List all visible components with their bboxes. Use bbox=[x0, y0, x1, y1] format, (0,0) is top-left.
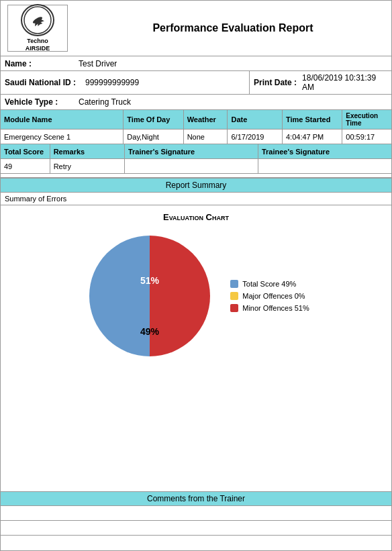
legend-major: Major Offences 0% bbox=[230, 292, 309, 300]
th-time-started: Time Started bbox=[283, 110, 342, 129]
comment-lines bbox=[1, 506, 391, 550]
th-weather: Weather bbox=[184, 110, 228, 129]
logo-circle bbox=[21, 4, 54, 36]
vehicle-type-value: Catering Truck bbox=[79, 97, 387, 107]
header: Techno AIRSIDE Performance Evaluation Re… bbox=[1, 1, 391, 56]
national-id-cell: Saudi National ID : 999999999999 bbox=[1, 71, 250, 94]
pie-slice-total bbox=[89, 236, 150, 356]
chart-area: Evaluation Chart bbox=[1, 205, 391, 491]
report-summary-bar: Report Summary bbox=[1, 178, 391, 193]
td-execution-time: 00:59:17 bbox=[342, 130, 391, 144]
summary-errors-bar: Summary of Errors bbox=[1, 193, 391, 205]
legend-dot-total bbox=[230, 280, 238, 288]
legend-dot-major bbox=[230, 292, 238, 300]
module-data-row: Emergency Scene 1 Day,Night None 6/17/20… bbox=[1, 130, 391, 144]
td-time-of-day: Day,Night bbox=[124, 130, 183, 144]
score-table-header: Total Score Remarks Trainer's Signature … bbox=[1, 144, 391, 159]
th-trainee-sig: Trainee's Signature bbox=[258, 144, 391, 158]
comment-line-3 bbox=[1, 536, 391, 550]
th-module-name: Module Name bbox=[1, 110, 124, 129]
td-trainer-sig bbox=[125, 159, 258, 173]
comments-title-bar: Comments from the Trainer bbox=[1, 491, 391, 506]
vehicle-row: Vehicle Type : Catering Truck bbox=[1, 95, 391, 109]
pie-label-total: 49% bbox=[140, 326, 160, 337]
pie-label-minor: 51% bbox=[140, 275, 160, 286]
th-time-of-day: Time Of Day bbox=[124, 110, 183, 129]
logo-icon bbox=[23, 5, 52, 35]
legend-total: Total Score 49% bbox=[230, 280, 309, 288]
logo-text: Techno AIRSIDE bbox=[26, 38, 50, 52]
chart-container: 51% 49% Total Score 49% Major Offences 0… bbox=[83, 229, 309, 363]
pie-chart: 51% 49% bbox=[83, 229, 217, 363]
chart-title: Evaluation Chart bbox=[163, 212, 229, 222]
td-trainee-sig bbox=[258, 159, 391, 173]
name-row: Name : Test Driver bbox=[1, 56, 391, 71]
national-id-value: 999999999999 bbox=[85, 78, 139, 87]
name-label: Name : bbox=[5, 59, 79, 68]
comment-line-1 bbox=[1, 506, 391, 521]
pie-slice-minor bbox=[150, 236, 210, 356]
legend-dot-minor bbox=[230, 304, 238, 312]
legend-label-minor: Minor Offences 51% bbox=[242, 304, 309, 312]
legend-minor: Minor Offences 51% bbox=[230, 304, 309, 312]
print-date-cell: Print Date : 18/06/2019 10:31:39 AM bbox=[250, 71, 391, 94]
th-remarks: Remarks bbox=[50, 144, 125, 158]
name-value: Test Driver bbox=[79, 59, 387, 68]
report-title: Performance Evaluation Report bbox=[81, 22, 385, 34]
id-print-row: Saudi National ID : 999999999999 Print D… bbox=[1, 71, 391, 95]
td-remarks: Retry bbox=[50, 159, 125, 173]
logo-box: Techno AIRSIDE bbox=[7, 5, 68, 52]
legend-label-major: Major Offences 0% bbox=[242, 292, 305, 300]
chart-legend: Total Score 49% Major Offences 0% Minor … bbox=[230, 280, 309, 312]
pie-svg: 51% 49% bbox=[83, 229, 217, 363]
td-time-started: 4:04:47 PM bbox=[283, 130, 342, 144]
print-date-value: 18/06/2019 10:31:39 AM bbox=[302, 73, 387, 92]
print-date-label: Print Date : bbox=[254, 78, 302, 87]
score-data-row: 49 Retry bbox=[1, 159, 391, 174]
td-weather: None bbox=[184, 130, 228, 144]
page: Techno AIRSIDE Performance Evaluation Re… bbox=[0, 0, 392, 551]
td-module-name: Emergency Scene 1 bbox=[1, 130, 124, 144]
vehicle-type-label: Vehicle Type : bbox=[5, 97, 79, 107]
th-date: Date bbox=[228, 110, 283, 129]
national-id-label: Saudi National ID : bbox=[5, 78, 85, 87]
module-table-header: Module Name Time Of Day Weather Date Tim… bbox=[1, 110, 391, 130]
th-execution-time: Execution Time bbox=[342, 110, 391, 129]
comment-line-2 bbox=[1, 521, 391, 536]
td-date: 6/17/2019 bbox=[228, 130, 283, 144]
info-section: Name : Test Driver Saudi National ID : 9… bbox=[1, 56, 391, 110]
td-total-score: 49 bbox=[1, 159, 50, 173]
th-trainer-sig: Trainer's Signature bbox=[125, 144, 258, 158]
th-total-score: Total Score bbox=[1, 144, 50, 158]
legend-label-total: Total Score 49% bbox=[242, 280, 296, 288]
